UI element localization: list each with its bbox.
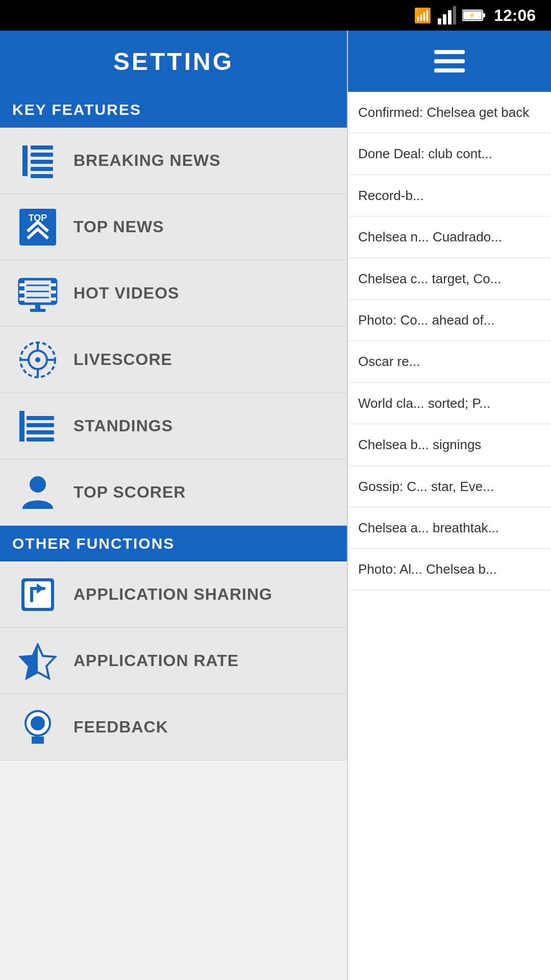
feedback-label: FEEDBACK	[73, 718, 168, 737]
svg-rect-29	[30, 309, 45, 312]
menu-item-hot-videos[interactable]: HOT VIDEOS	[0, 260, 347, 327]
signal-icon	[438, 6, 456, 24]
svg-rect-40	[27, 430, 54, 434]
app-rate-label: APPLICATION RATE	[73, 651, 239, 670]
hamburger-button[interactable]	[434, 50, 465, 72]
svg-rect-8	[22, 145, 28, 176]
other-functions-header: OTHER FUNCTIONS	[0, 526, 347, 561]
news-item-4[interactable]: Chelsea n... Cuadrado...	[348, 216, 551, 258]
menu-item-top-scorer[interactable]: TOP SCORER	[0, 459, 347, 526]
feedback-icon	[12, 702, 63, 753]
svg-rect-37	[19, 411, 24, 442]
news-item-2[interactable]: Done Deal: club cont...	[348, 133, 551, 175]
news-item-text-2: Done Deal: club cont...	[358, 146, 492, 161]
left-panel: SETTING KEY FEATURES BREAKING NEWS	[0, 31, 347, 980]
livescore-label: LIVESCORE	[73, 350, 172, 369]
menu-item-app-rate[interactable]: APPLICATION RATE	[0, 628, 347, 694]
breaking-news-label: BREAKING NEWS	[73, 151, 221, 170]
news-item-3[interactable]: Record-b...	[348, 175, 551, 216]
standings-icon	[12, 401, 63, 452]
news-item-9[interactable]: Chelsea b... signings	[348, 424, 551, 465]
main-layout: SETTING KEY FEATURES BREAKING NEWS	[0, 31, 551, 980]
livescore-icon	[12, 334, 63, 385]
news-item-12[interactable]: Photo: Al... Chelsea b...	[348, 549, 551, 590]
menu-item-livescore[interactable]: LIVESCORE	[0, 327, 347, 393]
svg-rect-2	[448, 10, 452, 24]
svg-rect-23	[51, 290, 56, 293]
news-item-text-4: Chelsea n... Cuadrado...	[358, 229, 502, 244]
news-item-text-6: Photo: Co... ahead of...	[358, 312, 494, 328]
battery-icon: ⚡	[462, 8, 486, 22]
app-sharing-label: APPLICATION SHARING	[73, 585, 272, 604]
right-header	[348, 31, 551, 92]
hot-videos-icon	[12, 268, 63, 319]
menu-item-top-news[interactable]: TOP TOP NEWS	[0, 194, 347, 260]
svg-rect-11	[31, 160, 53, 164]
status-time: 12:06	[494, 6, 536, 25]
menu-item-feedback[interactable]: FEEDBACK	[0, 694, 347, 761]
svg-rect-13	[31, 174, 53, 178]
svg-text:⚡: ⚡	[468, 12, 475, 19]
svg-point-50	[31, 716, 45, 730]
breaking-news-icon	[12, 135, 63, 186]
svg-rect-10	[31, 153, 53, 157]
svg-rect-24	[51, 298, 56, 301]
key-features-label: KEY FEATURES	[12, 101, 141, 118]
status-icons: 📶 ⚡	[414, 6, 486, 24]
right-panel: Confirmed: Chelsea get back Done Deal: c…	[347, 31, 551, 980]
svg-rect-51	[32, 737, 44, 744]
menu-item-standings[interactable]: STANDINGS	[0, 393, 347, 459]
hamburger-line-2	[434, 59, 465, 63]
news-item-11[interactable]: Chelsea a... breathtak...	[348, 507, 551, 549]
app-sharing-icon	[12, 569, 63, 620]
svg-rect-1	[443, 14, 446, 24]
hot-videos-label: HOT VIDEOS	[73, 284, 179, 303]
top-news-label: TOP NEWS	[73, 217, 164, 236]
svg-rect-20	[19, 298, 24, 301]
news-item-text-8: World cla... sorted; P...	[358, 396, 490, 411]
top-scorer-icon	[12, 467, 63, 518]
standings-label: STANDINGS	[73, 416, 173, 435]
news-item-text-3: Record-b...	[358, 188, 424, 203]
svg-point-42	[30, 476, 46, 493]
menu-item-app-sharing[interactable]: APPLICATION SHARING	[0, 561, 347, 628]
news-item-text-9: Chelsea b... signings	[358, 437, 481, 452]
svg-point-32	[35, 357, 40, 362]
news-item-1[interactable]: Confirmed: Chelsea get back	[348, 92, 551, 133]
news-item-10[interactable]: Gossip: C... star, Eve...	[348, 466, 551, 507]
status-bar: 📶 ⚡ 12:06	[0, 0, 551, 31]
news-item-text-10: Gossip: C... star, Eve...	[358, 479, 494, 494]
news-item-text-5: Chelsea c... target, Co...	[358, 271, 501, 286]
menu-item-breaking-news[interactable]: BREAKING NEWS	[0, 128, 347, 194]
other-functions-label: OTHER FUNCTIONS	[12, 535, 174, 552]
news-item-text-1: Confirmed: Chelsea get back	[358, 105, 529, 120]
news-item-6[interactable]: Photo: Co... ahead of...	[348, 300, 551, 341]
app-rate-icon	[12, 635, 63, 687]
settings-header: SETTING	[0, 31, 347, 92]
settings-title: SETTING	[113, 47, 234, 76]
svg-rect-12	[31, 167, 53, 171]
svg-rect-22	[51, 283, 56, 286]
news-item-text-7: Oscar re...	[358, 354, 420, 369]
svg-rect-38	[27, 416, 54, 420]
hamburger-line-3	[434, 68, 465, 72]
svg-rect-3	[453, 6, 456, 24]
news-item-8[interactable]: World cla... sorted; P...	[348, 383, 551, 424]
svg-rect-9	[31, 145, 53, 150]
svg-rect-5	[483, 13, 485, 17]
top-news-icon: TOP	[12, 202, 63, 253]
wifi-icon: 📶	[414, 7, 432, 24]
svg-rect-19	[19, 290, 24, 293]
news-item-7[interactable]: Oscar re...	[348, 341, 551, 382]
svg-rect-0	[438, 18, 441, 24]
top-scorer-label: TOP SCORER	[73, 483, 186, 502]
svg-rect-18	[19, 283, 24, 286]
hamburger-line-1	[434, 50, 465, 54]
svg-rect-41	[27, 437, 54, 442]
news-list: Confirmed: Chelsea get back Done Deal: c…	[348, 92, 551, 591]
news-item-text-12: Photo: Al... Chelsea b...	[358, 561, 497, 577]
svg-rect-39	[27, 423, 54, 427]
news-item-text-11: Chelsea a... breathtak...	[358, 520, 499, 535]
news-item-5[interactable]: Chelsea c... target, Co...	[348, 258, 551, 300]
key-features-header: KEY FEATURES	[0, 92, 347, 128]
